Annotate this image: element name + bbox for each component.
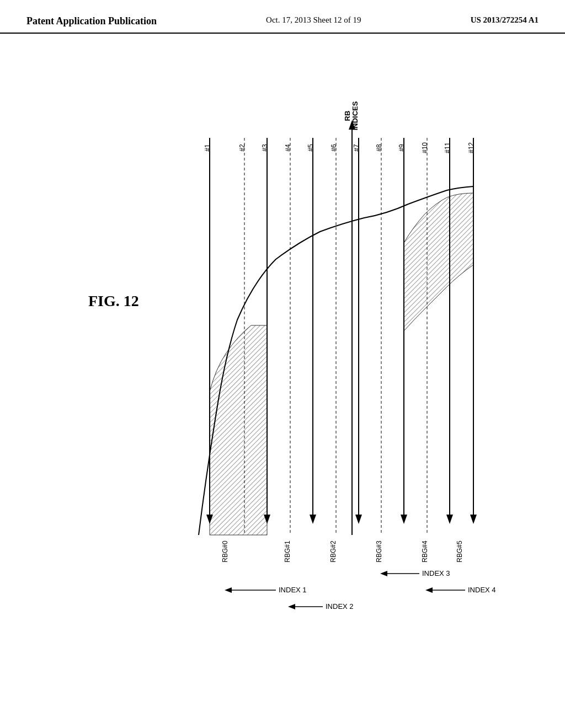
figure-label: FIG. 12 [88,292,139,310]
svg-text:#1: #1 [204,144,211,152]
svg-marker-42 [225,587,232,593]
svg-marker-18 [401,515,407,524]
svg-text:#10: #10 [421,142,429,153]
svg-text:#7: #7 [353,144,360,152]
figure-12-svg: RB INDICES [166,83,541,662]
svg-marker-22 [470,515,477,524]
svg-text:RBG#1: RBG#1 [284,540,291,563]
page-header: Patent Application Publication Oct. 17, … [0,0,565,34]
svg-text:INDEX 3: INDEX 3 [422,569,450,577]
svg-marker-20 [446,515,453,524]
svg-marker-51 [425,587,433,593]
svg-text:#5: #5 [307,144,315,152]
svg-marker-16 [355,515,362,524]
svg-text:RBG#4: RBG#4 [421,540,429,563]
svg-text:#4: #4 [284,144,292,152]
svg-text:RBG#0: RBG#0 [221,540,229,563]
diagram-container: RB INDICES [166,83,541,662]
svg-text:RBG#3: RBG#3 [375,540,383,563]
svg-text:RBG#5: RBG#5 [456,540,463,563]
svg-text:#3: #3 [261,144,269,152]
header-patent-number: US 2013/272254 A1 [471,15,539,25]
svg-text:RB: RB [343,111,351,121]
svg-text:#11: #11 [444,142,451,153]
svg-text:#9: #9 [398,144,406,152]
header-title: Patent Application Publication [26,15,157,27]
svg-text:#12: #12 [467,142,475,153]
svg-marker-14 [310,515,316,524]
header-date-sheet: Oct. 17, 2013 Sheet 12 of 19 [266,15,361,25]
svg-text:#2: #2 [238,144,246,152]
svg-text:#6: #6 [330,144,338,152]
svg-text:INDEX 1: INDEX 1 [279,586,307,594]
svg-text:INDEX 2: INDEX 2 [326,602,354,611]
svg-text:RBG#2: RBG#2 [329,540,337,563]
svg-marker-45 [288,604,295,609]
svg-text:#8: #8 [375,144,383,152]
svg-marker-48 [380,571,387,576]
svg-text:INDEX 4: INDEX 4 [468,586,496,594]
